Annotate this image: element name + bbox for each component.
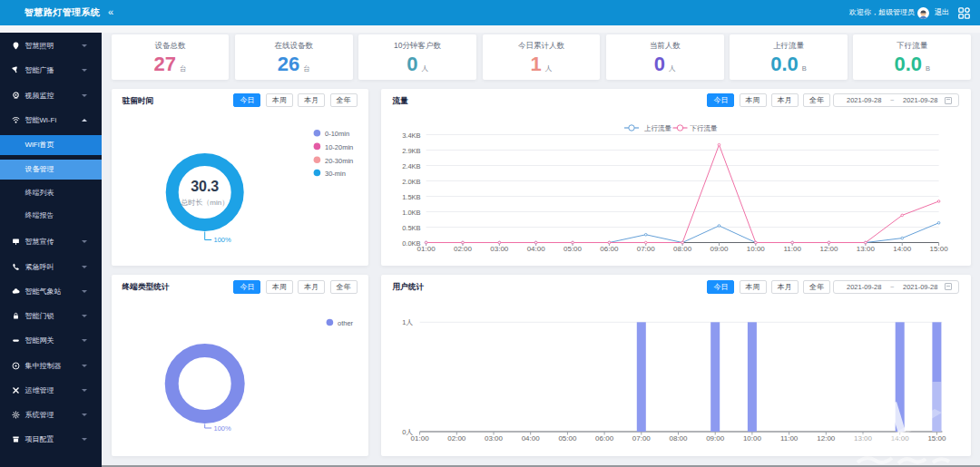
svg-text:02:00: 02:00: [454, 245, 473, 253]
svg-text:04:00: 04:00: [527, 245, 546, 253]
svg-text:1.5KB: 1.5KB: [403, 193, 421, 201]
svg-text:10:00: 10:00: [747, 245, 766, 253]
svg-text:30-min: 30-min: [325, 170, 346, 178]
svg-text:总时长（min）: 总时长（min）: [180, 199, 229, 207]
svg-text:05:00: 05:00: [564, 245, 583, 253]
svg-text:08:00: 08:00: [673, 245, 692, 253]
svg-text:3.4KB: 3.4KB: [403, 131, 421, 140]
svg-text:12:00: 12:00: [820, 245, 839, 253]
svg-text:1人: 1人: [403, 318, 414, 326]
svg-text:03:00: 03:00: [485, 434, 504, 443]
svg-text:08:00: 08:00: [670, 434, 689, 443]
svg-text:13:00: 13:00: [857, 245, 876, 253]
svg-text:2.0KB: 2.0KB: [403, 178, 421, 186]
svg-text:下行流量: 下行流量: [691, 124, 719, 132]
svg-text:100%: 100%: [213, 424, 231, 433]
svg-text:2.4KB: 2.4KB: [403, 162, 421, 170]
svg-text:04:00: 04:00: [522, 434, 541, 443]
svg-text:15:00: 15:00: [930, 245, 949, 253]
svg-text:01:00: 01:00: [417, 245, 436, 253]
svg-text:05:00: 05:00: [559, 434, 578, 443]
svg-text:100%: 100%: [213, 236, 231, 244]
svg-text:30.3: 30.3: [191, 179, 219, 194]
svg-text:06:00: 06:00: [601, 245, 620, 253]
svg-text:2.9KB: 2.9KB: [403, 147, 421, 155]
svg-text:0.5KB: 0.5KB: [403, 224, 421, 232]
svg-text:09:00: 09:00: [710, 245, 730, 253]
svg-text:0-10min: 0-10min: [325, 130, 349, 138]
svg-text:上行流量: 上行流量: [644, 124, 672, 132]
svg-text:14:00: 14:00: [894, 245, 913, 253]
svg-text:02:00: 02:00: [448, 434, 467, 443]
svg-text:10:00: 10:00: [743, 434, 762, 443]
svg-text:01:00: 01:00: [411, 434, 430, 443]
svg-text:12:00: 12:00: [818, 434, 837, 443]
svg-text:15:00: 15:00: [928, 434, 947, 443]
svg-text:09:00: 09:00: [707, 434, 726, 443]
svg-text:20-30min: 20-30min: [325, 157, 353, 165]
svg-text:1.0KB: 1.0KB: [403, 209, 421, 217]
svg-text:07:00: 07:00: [637, 245, 656, 253]
svg-text:other: other: [338, 319, 354, 327]
svg-text:06:00: 06:00: [595, 434, 614, 443]
svg-text:03:00: 03:00: [491, 245, 510, 253]
svg-text:07:00: 07:00: [632, 434, 652, 443]
svg-text:10-20min: 10-20min: [325, 143, 353, 151]
svg-text:11:00: 11:00: [780, 434, 799, 443]
svg-text:11:00: 11:00: [784, 245, 802, 253]
